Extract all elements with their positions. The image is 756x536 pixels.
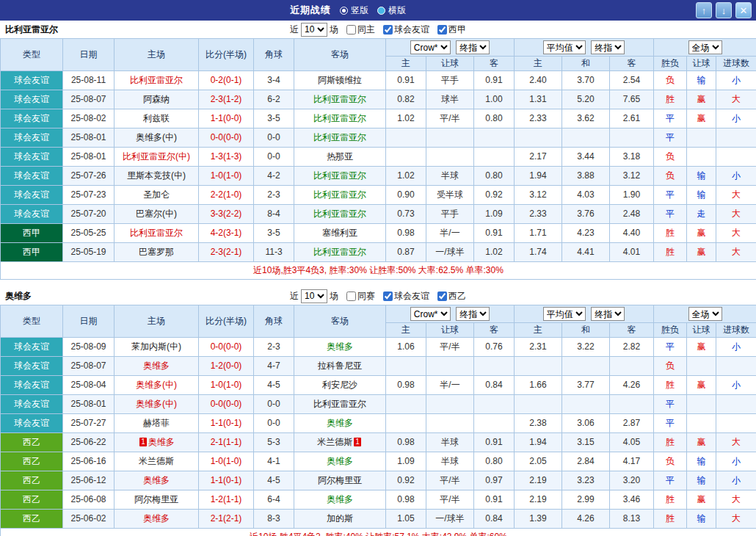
match-count-select[interactable]: 10 <box>301 289 327 303</box>
away-team-name[interactable]: 奥维多 <box>327 456 353 466</box>
move-down-button[interactable]: ↓ <box>716 2 732 18</box>
home-team-cell: 奥维多 <box>115 510 199 529</box>
euro-odds-cell: 1.94 <box>515 433 562 452</box>
final-odds-select[interactable]: 终指 <box>456 307 490 321</box>
final-euro-select[interactable]: 终指 <box>591 307 625 321</box>
horizontal-layout-radio[interactable]: 横版 <box>377 4 406 17</box>
team-name: 比利亚雷亚尔 <box>5 23 58 36</box>
home-team-name[interactable]: 阿尔梅里亚 <box>134 494 178 504</box>
col-date: 日期 <box>63 39 115 71</box>
home-team-name[interactable]: 奥维多(中) <box>136 132 177 142</box>
home-team-name[interactable]: 里斯本竞技(中) <box>127 170 186 181</box>
home-team-name[interactable]: 阿森纳 <box>143 94 170 104</box>
same-venue-checkbox[interactable] <box>346 25 356 35</box>
home-team-cell: 比利亚雷亚尔 <box>115 224 199 243</box>
euro-odds-cell: 2.84 <box>562 452 610 471</box>
scope-select[interactable]: 全场 <box>688 40 722 54</box>
friendly-filter[interactable]: 球会友谊 <box>377 290 429 303</box>
col-asia-away: 客 <box>474 57 515 71</box>
friendly-checkbox[interactable] <box>383 25 393 35</box>
home-team-name[interactable]: 奥维多 <box>143 361 170 371</box>
home-team-name[interactable]: 利兹联 <box>143 113 170 123</box>
home-team-name[interactable]: 巴塞罗那 <box>139 247 174 257</box>
home-team-name[interactable]: 比利亚雷亚尔 <box>130 228 183 238</box>
league-checkbox[interactable] <box>437 25 447 35</box>
league-type-cell: 球会友谊 <box>1 357 63 376</box>
corner-cell: 0-0 <box>254 414 294 433</box>
home-team-cell: 比利亚雷亚尔(中) <box>115 148 199 167</box>
home-team-name[interactable]: 比利亚雷亚尔(中) <box>123 151 190 162</box>
home-team-name[interactable]: 奥维多(中) <box>136 399 177 409</box>
away-team-name[interactable]: 比利亚雷亚尔 <box>313 94 366 104</box>
outcome-cell <box>716 414 756 433</box>
match-count-select[interactable]: 10 <box>301 23 327 37</box>
league-type-cell: 西乙 <box>1 452 63 471</box>
outcome-cell: 赢 <box>687 376 716 395</box>
away-team-name[interactable]: 比利亚雷亚尔 <box>313 209 366 219</box>
outcome-cell: 赢 <box>687 224 716 243</box>
scope-select[interactable]: 全场 <box>688 307 722 321</box>
away-team-name[interactable]: 米兰德斯 <box>317 437 352 447</box>
home-team-name[interactable]: 比利亚雷亚尔 <box>130 75 183 85</box>
away-team-name[interactable]: 奥维多 <box>327 341 353 352</box>
home-team-cell: 里斯本竞技(中) <box>115 167 199 186</box>
col-type: 类型 <box>1 39 63 71</box>
close-button[interactable]: ✕ <box>735 2 752 18</box>
home-team-name[interactable]: 莱加内斯(中) <box>131 341 181 352</box>
away-team-name[interactable]: 比利亚雷亚尔 <box>313 132 366 142</box>
away-team-name[interactable]: 加的斯 <box>327 513 353 524</box>
asia-odds-cell <box>386 357 426 376</box>
same-competition-filter[interactable]: 同赛 <box>341 290 375 303</box>
friendly-checkbox[interactable] <box>383 291 393 301</box>
away-team-name[interactable]: 比利亚雷亚尔 <box>313 247 366 257</box>
euro-odds-cell: 3.15 <box>562 433 610 452</box>
vertical-layout-radio[interactable]: 竖版 <box>340 4 368 17</box>
outcome-cell: 负 <box>654 357 687 376</box>
home-team-name[interactable]: 奥维多 <box>143 513 170 524</box>
title-bar: 近期战绩 竖版 横版 ↑ ↓ ✕ <box>0 0 756 21</box>
away-team-name[interactable]: 比利亚雷亚尔 <box>313 113 366 123</box>
away-team-name[interactable]: 比利亚雷亚尔 <box>313 170 366 181</box>
bookmaker-select[interactable]: Crow* <box>410 307 451 321</box>
outcome-cell: 大 <box>716 490 756 510</box>
final-euro-select[interactable]: 终指 <box>591 40 625 54</box>
away-team-name[interactable]: 阿尔梅里亚 <box>318 475 362 485</box>
away-team-name[interactable]: 比利亚雷亚尔 <box>313 399 366 409</box>
red-card-badge: 1 <box>354 438 361 446</box>
league-filter[interactable]: 西甲 <box>432 23 466 36</box>
move-up-button[interactable]: ↑ <box>696 2 712 18</box>
away-team-name[interactable]: 拉科鲁尼亚 <box>318 361 362 371</box>
away-team-name[interactable]: 比利亚雷亚尔 <box>313 189 366 200</box>
down-arrow-icon: ↓ <box>722 5 727 16</box>
home-team-name[interactable]: 赫塔菲 <box>143 418 170 428</box>
league-checkbox[interactable] <box>437 291 447 301</box>
away-team-name[interactable]: 利安尼沙 <box>322 380 357 390</box>
final-odds-select[interactable]: 终指 <box>456 40 490 54</box>
score-cell: 1-1(0-0) <box>199 109 254 128</box>
outcome-cell: 负 <box>654 167 687 186</box>
score-cell: 1-1(0-1) <box>199 414 254 433</box>
average-odds-select[interactable]: 平均值 <box>543 307 586 321</box>
home-team-name[interactable]: 巴塞尔(中) <box>136 209 177 219</box>
average-odds-select[interactable]: 平均值 <box>543 40 586 54</box>
away-team-name[interactable]: 阿斯顿维拉 <box>318 75 362 85</box>
away-team-name[interactable]: 奥维多 <box>327 418 353 428</box>
date-cell: 25-08-11 <box>63 71 115 90</box>
outcome-cell: 平 <box>654 205 687 224</box>
home-team-name[interactable]: 奥维多(中) <box>136 380 177 390</box>
home-team-cell: 巴塞罗那 <box>115 243 199 262</box>
league-filter[interactable]: 西乙 <box>432 290 466 303</box>
col-date: 日期 <box>63 305 115 338</box>
bookmaker-select[interactable]: Crow* <box>410 40 451 54</box>
home-team-name[interactable]: 米兰德斯 <box>139 456 174 466</box>
friendly-filter[interactable]: 球会友谊 <box>377 23 429 36</box>
home-team-name[interactable]: 奥维多 <box>148 437 175 447</box>
same-competition-checkbox[interactable] <box>346 291 356 301</box>
home-team-name[interactable]: 奥维多 <box>143 475 170 485</box>
away-team-name[interactable]: 热那亚 <box>327 151 353 162</box>
away-team-cell: 比利亚雷亚尔 <box>294 109 386 128</box>
away-team-name[interactable]: 塞维利亚 <box>322 228 357 238</box>
home-team-name[interactable]: 圣加仑 <box>143 189 170 200</box>
same-venue-filter[interactable]: 同主 <box>341 23 375 36</box>
away-team-name[interactable]: 奥维多 <box>327 494 353 504</box>
